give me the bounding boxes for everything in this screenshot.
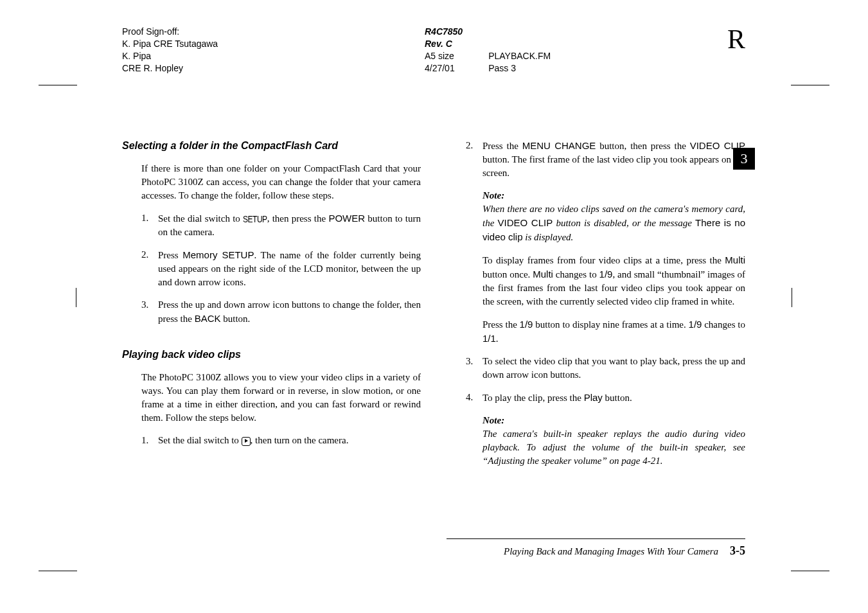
text-run: changes to: [553, 269, 599, 280]
one-one-label: 1/1: [483, 333, 496, 344]
play-button-label: Play: [584, 392, 603, 403]
doc-id: R4C7850: [425, 26, 463, 38]
doc-pass: Pass 3: [488, 62, 551, 75]
numbered-step: 3. To select the video clip that you wan…: [466, 355, 745, 382]
numbered-step: 3. Press the up and down arrow icon butt…: [141, 298, 421, 326]
text-run: button.: [603, 393, 632, 403]
right-column: 2. Press the MENU CHANGE button, then pr…: [447, 139, 745, 477]
step-text: Press Memory SETUP. The name of the fold…: [158, 248, 421, 289]
text-run: Press the: [483, 141, 522, 151]
text-run: Set the dial switch to: [158, 435, 242, 445]
step-text: Press the up and down arrow icon buttons…: [158, 298, 421, 326]
text-run: .: [496, 333, 499, 344]
note-text: When there are no video clips saved on t…: [483, 202, 745, 244]
step-number: 2.: [466, 139, 483, 180]
text-run: button.: [221, 314, 251, 324]
text-run: button, then press the: [596, 141, 689, 151]
step-number: 1.: [141, 434, 158, 447]
crop-mark: [39, 571, 77, 571]
text-run: button. The first frame of the last vide…: [483, 154, 745, 178]
crop-mark: [76, 288, 76, 307]
text-run: , then turn on the camera.: [251, 435, 349, 445]
power-button-label: POWER: [328, 213, 365, 224]
multi-button-label: Multi: [533, 269, 553, 280]
doc-rev: Rev. C: [425, 38, 463, 50]
continuation-paragraph: To display frames from four video clips …: [483, 253, 745, 308]
step-text: Press the MENU CHANGE button, then press…: [483, 139, 745, 180]
text-run: button to display nine frames at a time.: [533, 319, 688, 330]
continuation-paragraph: Press the 1/9 button to display nine fra…: [483, 317, 745, 346]
step-text: To select the video clip that you want t…: [483, 355, 745, 382]
one-nine-label: 1/9: [689, 319, 702, 330]
body-paragraph: The PhotoPC 3100Z allows you to view you…: [141, 371, 421, 425]
proof-signoff-line: K. Pipa CRE Tsutagawa: [122, 38, 315, 50]
numbered-step: 1. Set the dial switch to , then turn on…: [141, 434, 421, 447]
text-run: button once.: [483, 269, 533, 280]
one-nine-label: 1/9: [599, 269, 613, 280]
setup-dial-icon: SETUP: [243, 213, 267, 226]
text-run: , then press the: [267, 213, 329, 224]
multi-button-label: Multi: [725, 254, 745, 265]
crop-mark: [39, 85, 77, 85]
crop-mark: [792, 288, 792, 307]
footer-title: Playing Back and Managing Images With Yo…: [504, 546, 718, 557]
body-columns: Selecting a folder in the CompactFlash C…: [122, 139, 745, 477]
page-number: 3-5: [730, 544, 745, 558]
proof-signoff-line: Proof Sign-off:: [122, 26, 315, 38]
text-run: button is disabled, or the message: [553, 218, 695, 228]
step-text: Set the dial switch to , then turn on th…: [158, 434, 421, 447]
note-label: Note:: [483, 189, 745, 202]
step-number: 3.: [466, 355, 483, 382]
body-paragraph: If there is more than one folder on your…: [141, 162, 421, 202]
back-button-label: BACK: [195, 313, 221, 324]
note-block: Note: When there are no video clips save…: [483, 189, 745, 244]
chapter-tabs: 3: [733, 148, 755, 173]
page-content: Proof Sign-off: K. Pipa CRE Tsutagawa K.…: [122, 26, 745, 565]
section-heading: Playing back video clips: [122, 348, 421, 362]
numbered-step: 2. Press the MENU CHANGE button, then pr…: [466, 139, 745, 180]
step-number: 2.: [141, 248, 158, 289]
playback-dial-icon: [242, 437, 251, 446]
page-side-letter: R: [727, 26, 745, 75]
proof-signoff-line: K. Pipa: [122, 50, 315, 62]
note-block: Note: The camera's built-in speaker repl…: [483, 414, 745, 468]
step-number: 4.: [466, 391, 483, 405]
doc-filename: PLAYBACK.FM: [488, 50, 551, 62]
step-number: 3.: [141, 298, 158, 326]
page-header: Proof Sign-off: K. Pipa CRE Tsutagawa K.…: [122, 26, 745, 75]
numbered-step: 4. To play the clip, press the Play butt…: [466, 391, 745, 405]
note-label: Note:: [483, 414, 745, 427]
text-run: To play the clip, press the: [483, 393, 584, 403]
menu-change-label: MENU CHANGE: [522, 140, 596, 151]
text-run: Press: [158, 250, 182, 260]
one-nine-label: 1/9: [520, 319, 533, 330]
numbered-step: 2. Press Memory SETUP. The name of the f…: [141, 248, 421, 289]
crop-mark: [791, 571, 829, 571]
doc-date: 4/27/01: [425, 62, 463, 75]
doc-meta-block: R4C7850 Rev. C A5 size 4/27/01 PLAYBACK.…: [425, 26, 617, 75]
step-text: To display frames from four video clips …: [483, 253, 745, 308]
proof-signoff-line: CRE R. Hopley: [122, 62, 315, 75]
numbered-step: 1. Set the dial switch to SETUP, then pr…: [141, 211, 421, 239]
chapter-tab: 3: [733, 148, 755, 170]
note-text: The camera's built-in speaker replays th…: [483, 427, 745, 468]
text-run: Press the: [483, 319, 520, 330]
step-text: Press the 1/9 button to display nine fra…: [483, 317, 745, 346]
step-text: Set the dial switch to SETUP, then press…: [158, 211, 421, 239]
video-clip-label: VIDEO CLIP: [498, 217, 553, 228]
text-run: To display frames from four video clips …: [483, 255, 725, 265]
left-column: Selecting a folder in the CompactFlash C…: [122, 139, 421, 477]
text-run: changes to: [702, 319, 745, 330]
proof-signoff-block: Proof Sign-off: K. Pipa CRE Tsutagawa K.…: [122, 26, 315, 75]
memory-setup-label: Memory SETUP: [182, 249, 254, 260]
text-run: is displayed.: [523, 232, 574, 242]
crop-mark: [791, 85, 829, 85]
step-text: To play the clip, press the Play button.: [483, 391, 745, 405]
step-number: 1.: [141, 211, 158, 239]
text-run: Set the dial switch to: [158, 213, 243, 224]
doc-size: A5 size: [425, 50, 463, 62]
section-heading: Selecting a folder in the CompactFlash C…: [122, 139, 421, 153]
page-footer: Playing Back and Managing Images With Yo…: [447, 538, 745, 558]
